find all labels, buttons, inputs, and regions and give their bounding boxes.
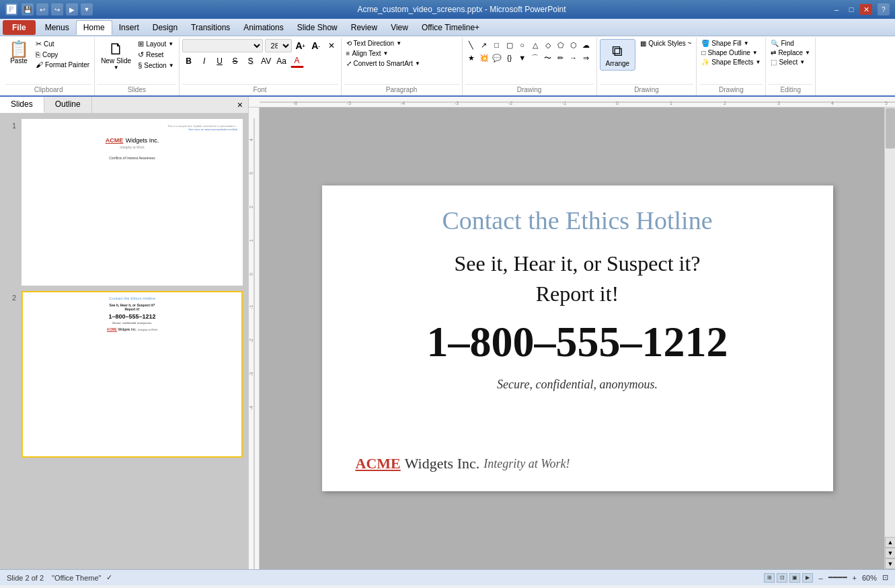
maximize-btn[interactable]: □	[845, 4, 857, 15]
redo-btn[interactable]: ↪	[51, 3, 63, 15]
shape-pentagon[interactable]: ⬠	[555, 39, 567, 51]
design-menu[interactable]: Design	[146, 21, 184, 34]
text-direction-button[interactable]: ⟲ Text Direction ▼	[344, 39, 404, 48]
font-size-select[interactable]: 28	[265, 39, 292, 52]
case-button[interactable]: Aa	[275, 54, 288, 68]
italic-button[interactable]: I	[198, 54, 211, 68]
slide-phone: 1–800–555–1212	[427, 317, 728, 367]
shape-rect[interactable]: □	[491, 39, 503, 51]
shape-arrow[interactable]: ↗	[478, 39, 490, 51]
replace-button[interactable]: ⇄ Replace ▼	[769, 48, 812, 57]
font-shrink-button[interactable]: A-	[309, 39, 323, 52]
menus-menu[interactable]: Menus	[38, 21, 76, 34]
shape-process[interactable]: ⇒	[580, 52, 592, 64]
insert-menu[interactable]: Insert	[112, 21, 146, 34]
officetimeline-menu[interactable]: Office Timeline+	[415, 21, 486, 34]
new-slide-button[interactable]: 🗋 New Slide ▼	[98, 39, 134, 73]
shape-outline-button[interactable]: □ Shape Outline ▼	[699, 48, 763, 57]
bold-button[interactable]: B	[182, 54, 196, 68]
reading-view-icon[interactable]: ▣	[789, 573, 800, 583]
thumb2-secure: Secure, confidential, anonymous.	[27, 321, 237, 325]
shape-triangle[interactable]: △	[529, 39, 541, 51]
shape-bracket[interactable]: {}	[504, 52, 516, 64]
shape-freeform[interactable]: 〜	[542, 52, 554, 64]
section-button[interactable]: § Section ▼	[136, 60, 176, 70]
save-btn[interactable]: 💾	[22, 3, 34, 15]
customize-btn[interactable]: ▼	[81, 3, 93, 15]
scroll-down-button[interactable]: ▼	[885, 558, 895, 569]
scroll-thumb[interactable]	[886, 108, 895, 149]
slide-sorter-icon[interactable]: ⊡	[777, 573, 787, 583]
help-btn[interactable]: ?	[878, 3, 890, 15]
underline-button[interactable]: U	[213, 54, 227, 68]
shape-scribble[interactable]: ✏	[555, 52, 567, 64]
shape-callout[interactable]: 💬	[491, 52, 503, 64]
tab-slides[interactable]: Slides	[0, 97, 44, 113]
paste-button[interactable]: 📋 Paste	[5, 39, 32, 67]
format-painter-button[interactable]: 🖌 Format Painter	[34, 60, 91, 69]
zoom-slider[interactable]: ━━━━	[828, 573, 847, 582]
slideshow-menu[interactable]: Slide Show	[290, 21, 344, 34]
file-menu[interactable]: File	[3, 20, 36, 35]
shape-diamond[interactable]: ◇	[542, 39, 554, 51]
find-button[interactable]: 🔍 Find	[769, 39, 812, 48]
normal-view-icon[interactable]: ⊞	[764, 573, 775, 583]
panel-close-button[interactable]: ×	[232, 97, 248, 113]
animations-menu[interactable]: Animations	[237, 21, 290, 34]
zoom-in-button[interactable]: +	[853, 574, 857, 582]
font-color-button[interactable]: A	[290, 54, 304, 68]
cut-icon: ✂	[36, 40, 42, 48]
tab-outline[interactable]: Outline	[44, 97, 92, 113]
status-bar: Slide 2 of 2 "Office Theme" ✓ ⊞ ⊡ ▣ ▶ – …	[0, 569, 895, 585]
present-btn[interactable]: ▶	[66, 3, 78, 15]
home-menu[interactable]: Home	[76, 20, 112, 35]
shape-oval[interactable]: ○	[516, 39, 529, 51]
shape-round-rect[interactable]: ▢	[504, 39, 516, 51]
scroll-prev-slide-button[interactable]: ▲	[885, 537, 895, 548]
transitions-menu[interactable]: Transitions	[184, 21, 237, 34]
cut-button[interactable]: ✂ Cut	[34, 39, 91, 49]
font-grow-button[interactable]: A+	[294, 39, 307, 52]
scroll-next-slide-button[interactable]: ▼	[885, 548, 895, 558]
clear-format-button[interactable]: ✕	[325, 39, 338, 52]
shape-effects-button[interactable]: ✨ Shape Effects ▼	[699, 58, 763, 67]
shape-star[interactable]: ★	[465, 52, 477, 64]
minimize-btn[interactable]: –	[830, 4, 843, 15]
select-button[interactable]: ⬚ Select ▼	[769, 58, 812, 67]
close-btn[interactable]: ✕	[860, 4, 872, 15]
replace-icon: ⇄	[771, 49, 776, 56]
strikethrough-button[interactable]: S	[229, 54, 242, 68]
undo-btn[interactable]: ↩	[36, 3, 48, 15]
view-menu[interactable]: View	[384, 21, 415, 34]
window-controls: – □ ✕ ?	[830, 3, 890, 15]
fit-slide-button[interactable]: ⊡	[882, 573, 888, 582]
slide-1-thumbnail[interactable]: This is a sample text. Update somewhere …	[22, 119, 243, 286]
shape-curve[interactable]: ⌒	[529, 52, 541, 64]
arrange-button[interactable]: ⧉ Arrange	[600, 39, 636, 71]
shape-more[interactable]: ▼	[516, 52, 529, 64]
layout-button[interactable]: ⊞ Layout ▼	[136, 39, 176, 49]
zoom-out-button[interactable]: –	[818, 574, 822, 582]
shadow-button[interactable]: S	[244, 54, 258, 68]
quick-styles-button[interactable]: ▦ Quick Styles ~	[638, 39, 693, 48]
review-menu[interactable]: Review	[344, 21, 384, 34]
shape-hexagon[interactable]: ⬡	[568, 39, 580, 51]
new-slide-icon: 🗋	[108, 41, 124, 57]
slideshow-icon[interactable]: ▶	[802, 573, 813, 583]
shape-rtarrow[interactable]: →	[568, 52, 580, 64]
thumb2-title: Contact the Ethics Hotline	[27, 296, 237, 300]
svg-text:-4: -4	[249, 406, 254, 410]
shape-fill-button[interactable]: 🪣 Shape Fill ▼	[699, 39, 763, 48]
font-face-select[interactable]	[182, 39, 263, 52]
slide-canvas[interactable]: Contact the Ethics Hotline See it, Hear …	[322, 185, 833, 491]
layout-icon: ⊞	[138, 40, 144, 48]
convert-smartart-button[interactable]: ⤢ Convert to SmartArt ▼	[344, 59, 422, 68]
spacing-button[interactable]: AV	[260, 54, 273, 68]
slide-2-thumbnail[interactable]: Contact the Ethics Hotline See it, Hear …	[22, 291, 243, 458]
shape-bang[interactable]: 💥	[478, 52, 490, 64]
copy-button[interactable]: ⎘ Copy	[34, 50, 91, 59]
reset-button[interactable]: ↺ Reset	[136, 50, 176, 60]
shape-line[interactable]: ╲	[465, 39, 477, 51]
shape-cloud[interactable]: ☁	[580, 39, 592, 51]
align-text-button[interactable]: ≡ Align Text ▼	[344, 49, 391, 58]
